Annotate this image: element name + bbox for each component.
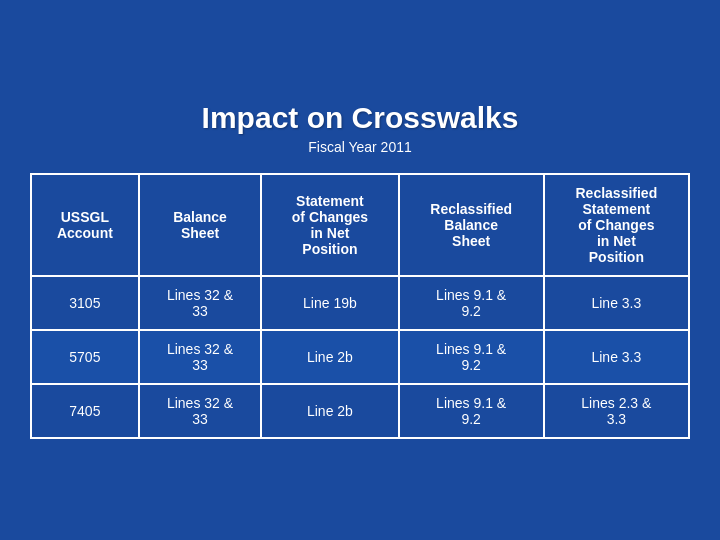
table-row: 7405Lines 32 &33Line 2bLines 9.1 &9.2Lin… bbox=[31, 384, 689, 438]
slide-title: Impact on Crosswalks bbox=[30, 101, 690, 135]
cell-account: 3105 bbox=[31, 276, 139, 330]
cell-reclassified-bs: Lines 9.1 &9.2 bbox=[399, 276, 544, 330]
cell-balance-sheet: Lines 32 &33 bbox=[139, 330, 262, 384]
cell-reclassified-stmt: Line 3.3 bbox=[544, 330, 689, 384]
cell-reclassified-bs: Lines 9.1 &9.2 bbox=[399, 330, 544, 384]
cell-balance-sheet: Lines 32 &33 bbox=[139, 384, 262, 438]
cell-account: 5705 bbox=[31, 330, 139, 384]
slide-subtitle: Fiscal Year 2011 bbox=[30, 139, 690, 155]
cell-reclassified-bs: Lines 9.1 &9.2 bbox=[399, 384, 544, 438]
col-header-balance-sheet: BalanceSheet bbox=[139, 174, 262, 276]
slide-container: Impact on Crosswalks Fiscal Year 2011 US… bbox=[20, 81, 700, 459]
table-row: 3105Lines 32 &33Line 19bLines 9.1 &9.2Li… bbox=[31, 276, 689, 330]
cell-statement: Line 19b bbox=[261, 276, 398, 330]
col-header-reclassified-bs: ReclassifiedBalanceSheet bbox=[399, 174, 544, 276]
col-header-account: USSGLAccount bbox=[31, 174, 139, 276]
cell-account: 7405 bbox=[31, 384, 139, 438]
table-row: 5705Lines 32 &33Line 2bLines 9.1 &9.2Lin… bbox=[31, 330, 689, 384]
col-header-reclassified-stmt: ReclassifiedStatementof Changesin NetPos… bbox=[544, 174, 689, 276]
cell-reclassified-stmt: Lines 2.3 &3.3 bbox=[544, 384, 689, 438]
col-header-statement: Statementof Changesin NetPosition bbox=[261, 174, 398, 276]
cell-reclassified-stmt: Line 3.3 bbox=[544, 276, 689, 330]
crosswalk-table: USSGLAccount BalanceSheet Statementof Ch… bbox=[30, 173, 690, 439]
cell-statement: Line 2b bbox=[261, 330, 398, 384]
table-header-row: USSGLAccount BalanceSheet Statementof Ch… bbox=[31, 174, 689, 276]
cell-balance-sheet: Lines 32 &33 bbox=[139, 276, 262, 330]
cell-statement: Line 2b bbox=[261, 384, 398, 438]
